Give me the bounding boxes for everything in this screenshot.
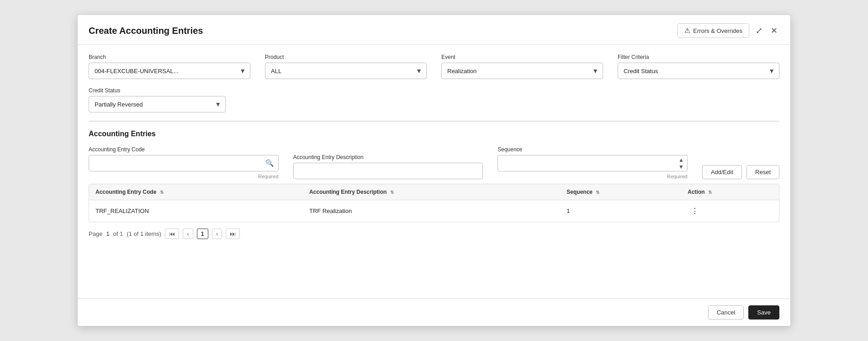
branch-group: Branch 004-FLEXCUBE-UNIVERSAL... ▼	[89, 54, 250, 79]
branch-select-wrapper: 004-FLEXCUBE-UNIVERSAL... ▼	[89, 63, 250, 79]
sequence-label: Sequence	[498, 146, 688, 153]
modal-footer: Cancel Save	[78, 298, 790, 326]
prev-page-button[interactable]: ‹	[183, 229, 193, 239]
code-search-input[interactable]	[89, 155, 279, 171]
col-description-label: Accounting Entry Description	[309, 189, 386, 195]
save-button[interactable]: Save	[748, 305, 779, 320]
col-header-sequence[interactable]: Sequence ⇅	[560, 184, 681, 200]
filter-criteria-select-wrapper: Credit Status ▼	[618, 63, 779, 79]
col-sequence-label: Sequence	[566, 189, 593, 195]
row-sequence: 1	[560, 200, 681, 222]
event-label: Event	[441, 54, 603, 60]
errors-overrides-label: Errors & Overrides	[693, 27, 742, 34]
branch-select[interactable]: 004-FLEXCUBE-UNIVERSAL...	[89, 63, 250, 79]
sequence-required-text: Required	[498, 174, 688, 179]
of-label: of 1	[113, 230, 123, 237]
accounting-entries-table-container: Accounting Entry Code ⇅ Accounting Entry…	[89, 184, 779, 222]
accounting-entries-table: Accounting Entry Code ⇅ Accounting Entry…	[89, 184, 779, 222]
add-edit-button[interactable]: Add/Edit	[702, 165, 742, 179]
accounting-entries-title: Accounting Entries	[89, 130, 779, 138]
next-page-icon: ›	[216, 230, 218, 237]
filter-criteria-select[interactable]: Credit Status	[618, 63, 779, 79]
table-body: TRF_REALIZATION TRF Realization 1 ⋮	[89, 200, 779, 222]
filter-criteria-label: Filter Criteria	[618, 54, 779, 60]
create-accounting-entries-modal: Create Accounting Entries ⚠ Errors & Ove…	[78, 15, 790, 326]
col-description-sort-icon: ⇅	[390, 190, 394, 195]
row-code: TRF_REALIZATION	[89, 200, 303, 222]
col-code-sort-icon: ⇅	[160, 190, 164, 195]
sequence-down-button[interactable]: ▼	[676, 164, 687, 170]
close-icon: ✕	[771, 26, 778, 36]
modal-header: Create Accounting Entries ⚠ Errors & Ove…	[78, 15, 790, 45]
row-action-menu-button[interactable]: ⋮	[688, 206, 703, 216]
last-page-button[interactable]: ⏭	[226, 229, 240, 239]
code-search-group: Accounting Entry Code 🔍 Required	[89, 146, 279, 179]
warning-icon: ⚠	[684, 27, 690, 35]
reset-button[interactable]: Reset	[746, 165, 779, 179]
col-header-code[interactable]: Accounting Entry Code ⇅	[89, 184, 303, 200]
search-action-buttons: Add/Edit Reset	[702, 165, 779, 179]
items-label: (1 of 1 items)	[127, 230, 161, 237]
first-page-icon: ⏮	[169, 230, 175, 237]
search-row: Accounting Entry Code 🔍 Required Account…	[89, 146, 779, 179]
product-select-wrapper: ALL ▼	[265, 63, 427, 79]
event-group: Event Realization ▼	[441, 54, 603, 79]
table-header-row: Accounting Entry Code ⇅ Accounting Entry…	[89, 184, 779, 200]
filter-row-2: Credit Status Partially Reversed ▼	[89, 87, 779, 112]
sequence-arrows: ▲ ▼	[676, 157, 687, 170]
errors-overrides-button[interactable]: ⚠ Errors & Overrides	[677, 23, 749, 38]
col-sequence-sort-icon: ⇅	[596, 190, 599, 195]
page-label: Page	[89, 230, 102, 237]
close-button[interactable]: ✕	[769, 24, 779, 37]
current-page-num: 1	[106, 230, 109, 237]
col-header-action[interactable]: Action ⇅	[681, 184, 779, 200]
product-group: Product ALL ▼	[265, 54, 427, 79]
table-header: Accounting Entry Code ⇅ Accounting Entry…	[89, 184, 779, 200]
product-label: Product	[265, 54, 427, 60]
col-action-label: Action	[688, 189, 704, 195]
expand-button[interactable]: ⤢	[754, 24, 764, 37]
filter-row-1: Branch 004-FLEXCUBE-UNIVERSAL... ▼ Produ…	[89, 54, 779, 79]
product-select[interactable]: ALL	[265, 63, 427, 79]
expand-icon: ⤢	[756, 26, 762, 36]
pagination-row: Page 1 of 1 (1 of 1 items) ⏮ ‹ 1 › ⏭	[89, 229, 779, 239]
description-search-label: Accounting Entry Description	[293, 154, 483, 160]
sequence-input[interactable]	[498, 155, 688, 171]
col-action-sort-icon: ⇅	[708, 190, 712, 195]
cancel-button[interactable]: Cancel	[708, 305, 744, 320]
code-search-label: Accounting Entry Code	[89, 146, 279, 153]
modal-body: Branch 004-FLEXCUBE-UNIVERSAL... ▼ Produ…	[78, 45, 790, 298]
code-required-text: Required	[89, 174, 279, 179]
sequence-group: Sequence ▲ ▼ Required	[498, 146, 688, 179]
filter-criteria-group: Filter Criteria Credit Status ▼	[618, 54, 779, 79]
description-search-wrapper	[293, 163, 483, 179]
sequence-up-button[interactable]: ▲	[676, 157, 687, 163]
branch-label: Branch	[89, 54, 250, 60]
event-select-wrapper: Realization ▼	[441, 63, 603, 79]
event-select[interactable]: Realization	[441, 63, 603, 79]
credit-status-select-wrapper: Partially Reversed ▼	[89, 96, 226, 112]
page-number-button[interactable]: 1	[197, 229, 208, 239]
section-divider	[89, 121, 779, 122]
description-search-input[interactable]	[293, 163, 483, 179]
last-page-icon: ⏭	[230, 230, 236, 237]
modal-title: Create Accounting Entries	[89, 26, 203, 36]
col-header-description[interactable]: Accounting Entry Description ⇅	[303, 184, 560, 200]
description-search-group: Accounting Entry Description	[293, 154, 483, 179]
code-search-wrapper: 🔍	[89, 155, 279, 171]
header-actions: ⚠ Errors & Overrides ⤢ ✕	[677, 23, 779, 38]
col-code-label: Accounting Entry Code	[95, 189, 156, 195]
credit-status-select[interactable]: Partially Reversed	[89, 96, 226, 112]
sequence-input-wrapper: ▲ ▼	[498, 155, 688, 171]
table-row: TRF_REALIZATION TRF Realization 1 ⋮	[89, 200, 779, 222]
first-page-button[interactable]: ⏮	[165, 229, 179, 239]
credit-status-label: Credit Status	[89, 87, 226, 94]
next-page-button[interactable]: ›	[212, 229, 222, 239]
row-action-cell: ⋮	[681, 200, 779, 222]
credit-status-group: Credit Status Partially Reversed ▼	[89, 87, 226, 112]
row-description: TRF Realization	[303, 200, 560, 222]
prev-page-icon: ‹	[187, 230, 189, 237]
